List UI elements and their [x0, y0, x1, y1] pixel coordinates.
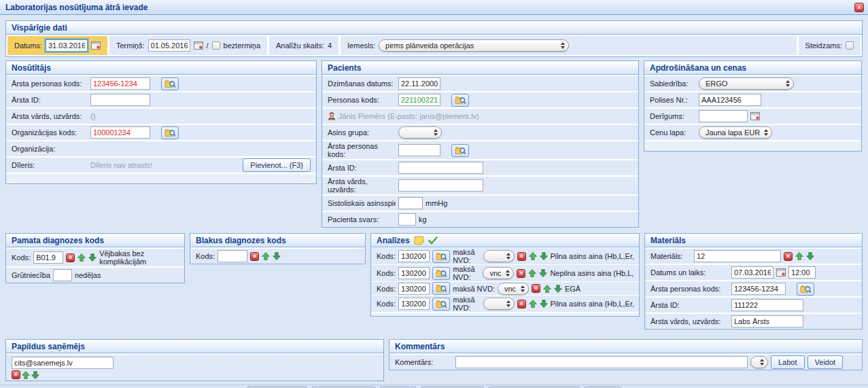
nvd-select[interactable]: vnc [498, 283, 529, 295]
arsta-id-input[interactable] [90, 94, 150, 106]
analize-kods-input[interactable] [398, 267, 430, 279]
pacienta-arsta-id-input[interactable] [398, 162, 483, 174]
move-up-icon[interactable] [529, 252, 537, 260]
move-up-icon[interactable] [529, 300, 537, 308]
cenu-lapa-select[interactable]: Jauna lapa EUR [699, 126, 772, 139]
analize-search-button[interactable] [432, 282, 450, 295]
materials-calendar-icon[interactable] [776, 268, 786, 277]
search-icon [455, 146, 466, 155]
delete-icon[interactable]: × [517, 269, 525, 278]
analize-name: Pilna asins aina (Hb,L,Er,Ht,Tr,Kr.ind..… [551, 300, 633, 308]
pacienta-arsta-search-button[interactable] [451, 144, 469, 157]
personas-kods-input[interactable] [398, 94, 440, 106]
footer-toolbar: Saglabāt (F2) Drukāt sv.kodu Drukāt Izve… [0, 385, 868, 388]
veidot-button[interactable]: Veidot [808, 355, 844, 369]
steidzams-checkbox[interactable] [846, 41, 854, 50]
move-down-icon[interactable] [554, 285, 562, 293]
diagnosis-text: Vējbakas bez komplikācijām [99, 249, 179, 266]
delete-icon[interactable]: × [517, 300, 526, 308]
move-down-icon[interactable] [539, 269, 547, 277]
move-down-icon[interactable] [540, 252, 548, 260]
komentars-select[interactable] [750, 356, 768, 368]
derigums-calendar-icon[interactable] [750, 112, 760, 120]
move-up-icon[interactable] [77, 253, 86, 262]
section-general-title: Vispārīgie dati [12, 23, 67, 33]
move-up-icon[interactable] [543, 285, 551, 293]
delete-icon[interactable]: × [517, 252, 526, 261]
section-pacients-title: Pacients [328, 63, 361, 73]
datums-cell: Datums: [7, 36, 107, 55]
papildus-email-input[interactable] [12, 357, 114, 369]
delete-icon[interactable]: × [250, 252, 259, 261]
analize-search-button[interactable] [432, 250, 450, 263]
nvd-select[interactable] [483, 250, 515, 262]
materials-arsta-id-input[interactable] [731, 299, 803, 311]
materials-laiks-input[interactable] [788, 266, 816, 279]
grutnieciba-input[interactable] [53, 269, 72, 281]
move-down-icon[interactable] [88, 253, 97, 262]
datums-label: Datums: [14, 41, 42, 50]
move-down-icon[interactable] [273, 252, 281, 260]
iemesls-select[interactable]: pirms plānveida operācijas [379, 39, 569, 52]
analize-search-button[interactable] [432, 267, 450, 280]
datums-calendar-icon[interactable] [91, 41, 101, 50]
derigums-input[interactable] [699, 110, 748, 122]
datums-input[interactable] [46, 39, 88, 52]
move-up-icon[interactable] [22, 371, 30, 379]
move-up-icon[interactable] [262, 252, 270, 260]
move-down-icon[interactable] [806, 252, 814, 260]
close-button[interactable]: × [854, 3, 864, 12]
section-filler [6, 174, 316, 183]
delete-icon[interactable]: × [66, 253, 75, 262]
sabiedriba-select[interactable]: ERGO [699, 77, 794, 90]
delete-icon[interactable]: × [532, 284, 540, 293]
analizu-skaits-label: Analīžu skaits: [276, 41, 324, 50]
delete-icon[interactable]: × [784, 252, 793, 261]
pacienta-arsta-vards-input[interactable] [398, 179, 483, 192]
labot-button[interactable]: Labot [771, 355, 805, 369]
pacienta-svars-input[interactable] [398, 213, 416, 226]
termins-input[interactable] [148, 39, 190, 52]
blakus-kods-input[interactable] [218, 250, 247, 262]
materials-datums-input[interactable] [731, 266, 774, 279]
move-up-icon[interactable] [795, 252, 803, 260]
move-down-icon[interactable] [31, 371, 39, 379]
materials-arsta-search-button[interactable] [797, 283, 814, 296]
materials-arsta-vards-input[interactable] [731, 315, 803, 328]
arsta-personas-kods-input[interactable] [90, 77, 150, 90]
materials-arsta-personas-kods-input[interactable] [731, 283, 786, 295]
organizacija-search-button[interactable] [161, 126, 179, 139]
section-materials-title: Materiāls [650, 236, 686, 245]
nvd-select[interactable]: vnc [483, 267, 514, 279]
asins-grupa-select[interactable] [398, 126, 442, 139]
termins-calendar-icon[interactable] [194, 41, 203, 50]
analize-kods-input[interactable] [398, 283, 430, 295]
personas-kods-search-button[interactable] [451, 94, 469, 107]
analize-kods-input[interactable] [398, 298, 430, 310]
move-up-icon[interactable] [528, 269, 536, 277]
beztermina-checkbox[interactable] [212, 41, 220, 50]
organizacijas-kods-input[interactable] [90, 126, 150, 139]
maksa-nvd-label: maksā NVD: [453, 248, 480, 264]
section-materials-header: Materiāls [645, 234, 862, 247]
polises-input[interactable] [699, 94, 761, 106]
search-icon [436, 269, 447, 278]
analize-kods-input[interactable] [398, 250, 430, 262]
field-row: Polises Nr.: [644, 92, 861, 107]
pamata-kods-input[interactable] [33, 251, 63, 264]
pievienot-button[interactable]: Pievienot... (F3) [243, 158, 311, 172]
check-icon[interactable] [428, 236, 438, 245]
nvd-select[interactable] [483, 298, 515, 310]
analize-search-button[interactable] [432, 298, 450, 311]
dzimsanas-datums-input[interactable] [398, 77, 440, 90]
materials-input[interactable] [694, 250, 781, 262]
sistoliskais-input[interactable] [398, 197, 423, 209]
komentars-input[interactable] [455, 356, 748, 368]
note-icon[interactable] [414, 236, 424, 245]
pacienta-arsta-personas-kods-input[interactable] [398, 144, 440, 156]
asins-grupa-label: Asins grupa: [328, 128, 396, 137]
delete-icon[interactable]: × [12, 370, 20, 379]
sabiedriba-label: Sabiedrība: [650, 80, 696, 88]
arsta-search-button[interactable] [161, 77, 179, 90]
move-down-icon[interactable] [540, 300, 548, 308]
